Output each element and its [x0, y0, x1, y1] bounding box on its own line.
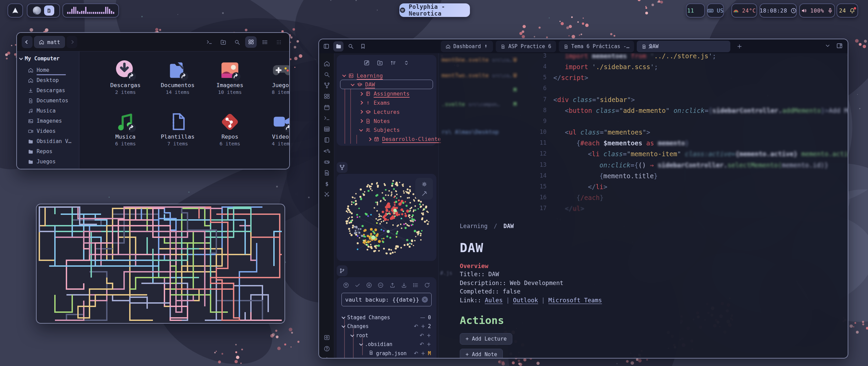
note-link-microsoft-teams[interactable]: Microsoft Teams: [548, 297, 602, 304]
graph-view-button[interactable]: [337, 162, 348, 173]
note-breadcrumb[interactable]: Learning / DAW: [460, 223, 834, 229]
sidebar-section[interactable]: My Computer: [17, 53, 79, 65]
git-tool-downloadic[interactable]: [401, 282, 407, 290]
ribbon-dollar[interactable]: $: [323, 180, 331, 187]
git-row-learning-daw-exams[interactable]: Learning/DAW/Exams↶+: [360, 358, 431, 359]
fm-tool-folderplus[interactable]: [217, 36, 229, 48]
git-tool-checkic[interactable]: [354, 282, 361, 290]
git-tool-circleminus[interactable]: [377, 282, 384, 290]
launcher-button[interactable]: [7, 3, 23, 18]
undo-icon[interactable]: ↶: [420, 332, 424, 339]
undo-icon[interactable]: ↶: [414, 323, 418, 329]
tab-list-chevron[interactable]: [825, 42, 831, 49]
chevron-right-icon[interactable]: [359, 101, 363, 105]
folder-tile-plantillas[interactable]: Plantillas7 items: [152, 106, 203, 156]
fm-tool-listic[interactable]: [259, 36, 271, 48]
active-app-icon[interactable]: [44, 5, 54, 16]
action-button--add-lecture[interactable]: + Add Lecture: [460, 333, 512, 345]
sidebar-item-desktop[interactable]: Desktop: [17, 75, 79, 85]
tree-item-desarrollo-cliente[interactable]: Desarrollo-Cliente: [368, 135, 441, 144]
chevron-right-icon[interactable]: [359, 92, 363, 96]
graph-settings-button[interactable]: [421, 181, 428, 187]
stage-icon[interactable]: +: [421, 323, 425, 329]
folder-tile-documentos[interactable]: Documentos14 items: [152, 54, 203, 104]
titlebar-icon-folderF[interactable]: [333, 41, 343, 52]
tree-item-notes[interactable]: Notes: [360, 117, 390, 125]
stage-icon[interactable]: +: [427, 332, 431, 339]
explorer-tool-collapse[interactable]: [402, 58, 411, 67]
toggle-right-sidebar-icon[interactable]: [836, 42, 843, 49]
chevron-right-icon[interactable]: [359, 119, 363, 123]
chevron-down-icon[interactable]: [350, 333, 354, 337]
chevron-down-icon[interactable]: [341, 315, 345, 319]
widget-volume[interactable]: 100%: [799, 3, 835, 18]
sidebar-item-documentos[interactable]: Documentos: [17, 96, 79, 106]
widget-updates[interactable]: 11: [686, 3, 705, 18]
workspace-apps[interactable]: [27, 3, 60, 18]
ribbon-fork[interactable]: [323, 82, 331, 89]
titlebar-icon-panelL[interactable]: [321, 41, 331, 52]
sidebar-item-juegos[interactable]: Juegos: [17, 157, 79, 167]
tab-tema-6-pr-cticas-[interactable]: Tema 6 Prácticas -…: [559, 41, 634, 52]
folder-tile-musica[interactable]: Musica6 items: [100, 106, 151, 156]
stage-icon[interactable]: +: [427, 341, 431, 347]
ribbon-calendar[interactable]: [323, 104, 331, 111]
widget-clock[interactable]: 18:08:28: [760, 3, 797, 18]
git-tool-listic[interactable]: [412, 282, 419, 290]
ribbon-terminal2[interactable]: [323, 115, 331, 122]
tree-item-assignments[interactable]: Assignments: [360, 89, 410, 98]
git-row-staged-changes[interactable]: Staged Changes—0: [342, 313, 431, 322]
sidebar-item-obsidian-v-[interactable]: Obsidian V…: [17, 136, 79, 146]
git-tool-circleplus[interactable]: [366, 282, 372, 290]
tab-dashboard[interactable]: Dashboard: [441, 41, 493, 52]
clear-message-icon[interactable]: ✕: [422, 297, 428, 303]
sidebar-item-clipped[interactable]: [17, 167, 79, 169]
fm-tool-dots[interactable]: [273, 36, 284, 48]
widget-weather[interactable]: 24°C: [731, 3, 757, 18]
sidebar-item-musica[interactable]: Musica: [17, 106, 79, 116]
git-tool-uploadic[interactable]: [389, 282, 396, 290]
ribbon-swords[interactable]: [323, 191, 331, 198]
git-tool-refreshic[interactable]: [424, 282, 430, 290]
breadcrumb[interactable]: matt: [34, 36, 65, 48]
undo-icon[interactable]: ↶: [420, 341, 424, 347]
ribbon-helpc[interactable]: [323, 345, 331, 352]
note-link-outlook[interactable]: Outlook: [513, 297, 538, 304]
sidebar-item-repos[interactable]: Repos: [17, 146, 79, 157]
tab-close-icon[interactable]: ×: [648, 41, 653, 52]
back-button[interactable]: [22, 36, 33, 48]
sidebar-item-home[interactable]: Home: [17, 65, 79, 75]
chevron-right-icon[interactable]: [368, 137, 371, 141]
folder-tile-descargas[interactable]: Descargas2 items: [100, 54, 151, 104]
git-row-graph.json[interactable]: graph.json↶+M: [369, 349, 431, 358]
ribbon-filesearch[interactable]: [323, 169, 331, 177]
explorer-tool-sortasc[interactable]: [389, 58, 398, 67]
titlebar-icon-search[interactable]: [346, 41, 356, 52]
titlebar-icon-bookmark[interactable]: [358, 41, 368, 52]
sidebar-item-descargas[interactable]: Descargas: [17, 85, 79, 96]
tree-item-subjects[interactable]: Subjects: [360, 126, 400, 135]
git-row-changes[interactable]: Changes↶+2: [342, 322, 431, 331]
ribbon-codepct[interactable]: <%: [323, 147, 331, 155]
widget-notifications[interactable]: 24: [836, 3, 858, 18]
fm-tool-grid[interactable]: [245, 36, 257, 48]
folder-tile-juegos[interactable]: Juegos8 items: [257, 54, 290, 104]
folder-tile-videos[interactable]: Videos4 items: [257, 106, 290, 156]
ribbon-grid[interactable]: [323, 93, 331, 100]
chevron-down-icon[interactable]: [341, 324, 345, 328]
ribbon-search[interactable]: [323, 71, 331, 78]
git-panel-button[interactable]: [337, 265, 348, 276]
widget-keyboard-layout[interactable]: US: [707, 3, 724, 18]
action-button--add-note[interactable]: + Add Note: [460, 349, 503, 359]
commit-message-input[interactable]: vault backup: {{date}} ✕: [341, 293, 432, 306]
tree-item-lectures[interactable]: Lectures: [360, 107, 400, 116]
firefox-icon[interactable]: [33, 6, 41, 15]
forward-button[interactable]: [66, 36, 77, 48]
ribbon-book[interactable]: [323, 136, 331, 144]
new-tab-button[interactable]: [734, 41, 745, 52]
ribbon-home[interactable]: [323, 60, 331, 67]
ribbon-gamepad[interactable]: [323, 158, 331, 166]
explorer-tool-newnote[interactable]: [362, 58, 371, 67]
chevron-down-icon[interactable]: [342, 73, 346, 77]
git-tool-circleup[interactable]: [343, 282, 349, 290]
